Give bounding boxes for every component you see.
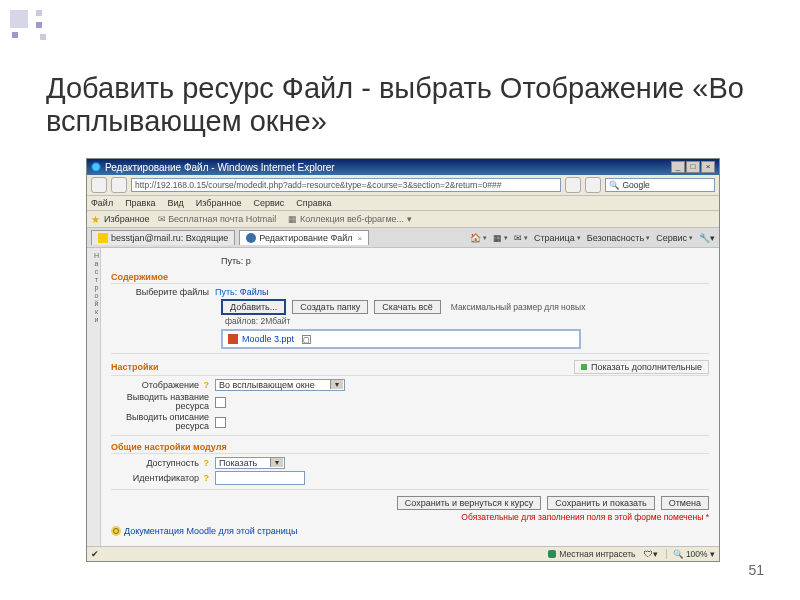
file-link[interactable]: Moodle 3.ppt <box>242 334 294 344</box>
maxsize-note: Максимальный размер для новых <box>451 302 586 312</box>
browser-window: Редактирование Файл - Windows Internet E… <box>86 158 720 562</box>
show-desc-checkbox[interactable] <box>215 417 226 428</box>
moodle-doc-icon <box>111 526 121 536</box>
show-name-checkbox[interactable] <box>215 397 226 408</box>
bullet-icon <box>581 364 587 370</box>
legend-content: Содержимое <box>111 272 709 284</box>
back-button[interactable] <box>91 177 107 193</box>
tab-close-icon[interactable]: × <box>358 234 363 243</box>
tab-moodle[interactable]: Редактирование Файл × <box>239 230 369 245</box>
show-more-button[interactable]: Показать дополнительные <box>574 360 709 374</box>
menu-file[interactable]: Файл <box>91 198 113 208</box>
service-menu[interactable]: Сервис <box>656 233 693 243</box>
zone-icon <box>548 550 556 558</box>
display-label: Отображение ? <box>111 380 215 390</box>
mandatory-note: Обязательные для заполнения поля в этой … <box>111 512 709 522</box>
help-icon-3[interactable]: ? <box>204 473 210 483</box>
safety-menu[interactable]: Безопасность <box>587 233 650 243</box>
maximize-button[interactable]: □ <box>686 161 700 173</box>
name-value: p <box>246 256 251 266</box>
page-menu[interactable]: Страница <box>534 233 581 243</box>
slide-number: 51 <box>748 562 764 578</box>
tab-bar: besstjan@mail.ru: Входящие Редактировани… <box>87 228 719 248</box>
ppt-icon <box>228 334 238 344</box>
legend-common: Общие настройки модуля <box>111 442 709 454</box>
menu-bar: Файл Правка Вид Избранное Сервис Справка <box>87 196 719 211</box>
file-delete-icon[interactable]: ▢ <box>302 335 311 344</box>
forward-button[interactable] <box>111 177 127 193</box>
status-done-icon: ✔ <box>91 549 99 559</box>
maxsize-note-2: файлов: 2Мбайт <box>225 316 709 326</box>
file-list: Moodle 3.ppt ▢ <box>221 329 581 349</box>
legend-settings: Настройки <box>111 362 158 372</box>
cancel-button[interactable]: Отмена <box>661 496 709 510</box>
show-name-label: Выводить название ресурса <box>111 393 215 411</box>
security-zone[interactable]: Местная интрасеть <box>548 549 635 559</box>
tab-tools: 🏠 ▦ ✉ Страница Безопасность Сервис 🔧▾ <box>470 233 715 243</box>
menu-favorites[interactable]: Избранное <box>196 198 242 208</box>
minimize-button[interactable]: _ <box>671 161 685 173</box>
protected-mode-icon[interactable]: 🛡▾ <box>644 549 658 559</box>
search-field[interactable]: 🔍 Google <box>605 178 715 192</box>
display-select[interactable]: Во всплывающем окне <box>215 379 345 391</box>
path-prefix: Путь: <box>215 287 237 297</box>
close-button[interactable]: × <box>701 161 715 173</box>
moodle-form: Путь: p Содержимое Выберите файлы Путь: … <box>101 248 719 546</box>
home-button[interactable]: 🏠 <box>470 233 487 243</box>
zoom-level[interactable]: 🔍 100% ▾ <box>666 549 716 559</box>
path-files-link[interactable]: Файлы <box>240 287 269 297</box>
stop-button[interactable] <box>585 177 601 193</box>
ie-icon <box>91 162 101 172</box>
choose-files-label: Выберите файлы <box>111 287 215 297</box>
menu-edit[interactable]: Правка <box>125 198 155 208</box>
status-bar: ✔ Местная интрасеть 🛡▾ 🔍 100% ▾ <box>87 546 719 561</box>
name-label: Путь: <box>221 256 243 266</box>
menu-help[interactable]: Справка <box>296 198 331 208</box>
visible-select[interactable]: Показать <box>215 457 285 469</box>
page-content: Настройки Путь: p Содержимое Выберите фа… <box>87 248 719 546</box>
menu-view[interactable]: Вид <box>168 198 184 208</box>
favorites-bar: ★ Избранное ✉ Бесплатная почта Hotmail ▦… <box>87 211 719 228</box>
slide-title: Добавить ресурс Файл - выбрать Отображен… <box>46 72 770 139</box>
save-show-button[interactable]: Сохранить и показать <box>547 496 654 510</box>
url-field[interactable]: http://192.168.0.15/course/modedit.php?a… <box>131 178 561 192</box>
create-folder-button[interactable]: Создать папку <box>292 300 368 314</box>
mail-button[interactable]: ✉ <box>514 233 528 243</box>
tab-moodle-icon <box>246 233 256 243</box>
save-return-button[interactable]: Сохранить и вернуться к курсу <box>397 496 541 510</box>
help-icon[interactable]: ? <box>204 380 210 390</box>
sidebar-settings-tab[interactable]: Настройки <box>87 248 101 546</box>
show-desc-label: Выводить описание ресурса <box>111 413 215 431</box>
refresh-button[interactable] <box>565 177 581 193</box>
window-title: Редактирование Файл - Windows Internet E… <box>105 162 335 173</box>
titlebar: Редактирование Файл - Windows Internet E… <box>87 159 719 175</box>
favorites-star-icon[interactable]: ★ <box>91 214 100 225</box>
fav-item-gallery[interactable]: ▦ Коллекция веб-фрагме... ▾ <box>284 213 415 225</box>
menu-tools[interactable]: Сервис <box>253 198 284 208</box>
add-file-button[interactable]: Добавить... <box>221 299 286 315</box>
tab-mail-icon <box>98 233 108 243</box>
idnum-input[interactable] <box>215 471 305 485</box>
download-all-button[interactable]: Скачать всё <box>374 300 440 314</box>
address-bar: http://192.168.0.15/course/modedit.php?a… <box>87 175 719 196</box>
favorites-label[interactable]: Избранное <box>104 214 150 224</box>
idnum-label: Идентификатор ? <box>111 473 215 483</box>
fav-item-hotmail[interactable]: ✉ Бесплатная почта Hotmail <box>154 213 281 225</box>
tab-mail[interactable]: besstjan@mail.ru: Входящие <box>91 230 235 245</box>
feeds-button[interactable]: ▦ <box>493 233 508 243</box>
visible-label: Доступность ? <box>111 458 215 468</box>
tools-button[interactable]: 🔧▾ <box>699 233 715 243</box>
moodle-doc-link[interactable]: Документация Moodle для этой страницы <box>124 526 297 536</box>
help-icon-2[interactable]: ? <box>204 458 210 468</box>
